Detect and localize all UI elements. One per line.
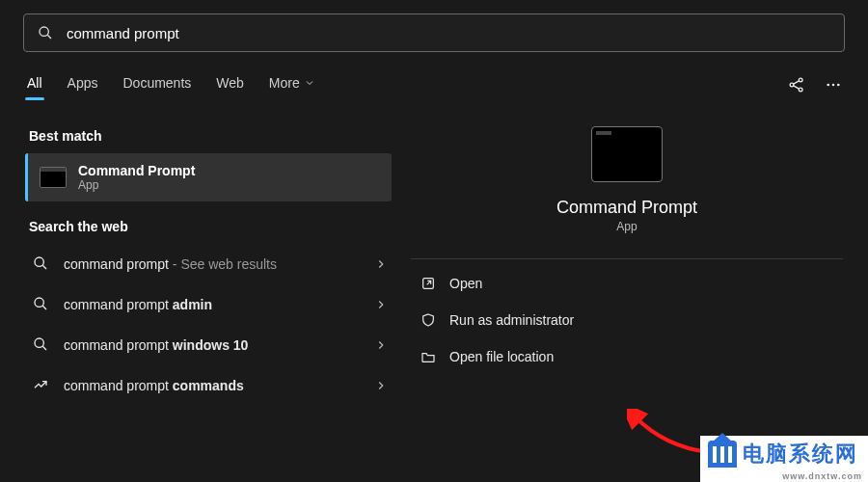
action-label: Open file location (449, 349, 554, 364)
web-result-text: command prompt windows 10 (64, 337, 248, 353)
tab-label: Documents (122, 75, 191, 91)
svg-line-1 (47, 35, 51, 39)
app-thumbnail-icon (40, 167, 67, 188)
more-icon[interactable] (824, 75, 843, 94)
tab-documents[interactable]: Documents (121, 69, 193, 100)
results-column: Best match Command Prompt App Search the… (25, 122, 392, 406)
tab-more[interactable]: More (267, 69, 317, 100)
tab-all[interactable]: All (25, 69, 44, 100)
open-icon (420, 276, 436, 291)
svg-point-4 (799, 88, 802, 92)
svg-line-15 (42, 346, 46, 350)
watermark-url: www.dnxtw.com (782, 471, 862, 481)
svg-point-9 (837, 84, 840, 87)
svg-line-5 (794, 81, 800, 84)
watermark-text: 电脑系统网 (743, 440, 858, 469)
search-icon (33, 296, 50, 313)
search-web-label: Search the web (29, 219, 392, 234)
svg-point-10 (35, 257, 43, 266)
web-result-text: command prompt commands (64, 378, 244, 393)
svg-point-8 (832, 84, 835, 87)
web-result-text: command prompt admin (64, 297, 212, 312)
shield-icon (420, 312, 436, 328)
trend-icon (33, 377, 50, 394)
action-label: Run as administrator (449, 312, 574, 328)
chevron-right-icon (374, 379, 388, 392)
chevron-down-icon (304, 77, 315, 89)
action-open-file-location[interactable]: Open file location (411, 338, 843, 375)
tab-label: Web (216, 75, 244, 91)
best-match-label: Best match (29, 128, 392, 144)
detail-title: Command Prompt (556, 198, 697, 218)
svg-point-0 (40, 27, 48, 36)
share-icon[interactable] (787, 75, 806, 94)
tab-label: All (27, 75, 42, 91)
web-result[interactable]: command prompt commands (25, 365, 392, 406)
best-match-title: Command Prompt (78, 163, 195, 178)
detail-actions: Open Run as administrator Open file loca… (411, 258, 843, 375)
svg-line-11 (42, 265, 46, 269)
svg-point-14 (35, 338, 43, 347)
svg-point-7 (827, 84, 829, 87)
best-match-text: Command Prompt App (78, 163, 195, 192)
tab-apps[interactable]: Apps (66, 69, 100, 100)
chevron-right-icon (374, 338, 388, 352)
action-open[interactable]: Open (411, 265, 843, 302)
action-run-as-admin[interactable]: Run as administrator (411, 302, 843, 338)
filter-tabs: All Apps Documents Web More (0, 62, 868, 101)
svg-point-2 (790, 83, 794, 87)
folder-icon (420, 349, 436, 364)
tab-label: Apps (68, 75, 98, 91)
watermark: 电脑系统网 www.dnxtw.com (700, 436, 868, 482)
chevron-right-icon (374, 298, 388, 311)
tab-web[interactable]: Web (214, 69, 246, 100)
best-match-item[interactable]: Command Prompt App (25, 153, 392, 201)
chevron-right-icon (374, 257, 388, 271)
best-match-subtitle: App (78, 178, 195, 192)
action-label: Open (449, 276, 482, 291)
svg-point-3 (799, 78, 802, 82)
web-result-text: command prompt - See web results (64, 256, 277, 272)
search-bar[interactable] (23, 13, 845, 52)
web-result[interactable]: command prompt - See web results (25, 244, 392, 284)
web-result[interactable]: command prompt windows 10 (25, 325, 392, 365)
detail-app-icon (591, 126, 663, 182)
detail-panel: Command Prompt App Open Run as administr… (411, 122, 843, 406)
web-result[interactable]: command prompt admin (25, 284, 392, 325)
svg-line-13 (42, 306, 46, 309)
search-icon (33, 255, 50, 273)
svg-line-6 (794, 86, 800, 89)
tab-label: More (269, 75, 300, 91)
search-icon (33, 336, 50, 354)
search-input[interactable] (67, 25, 830, 41)
detail-subtitle: App (616, 220, 637, 233)
search-icon (38, 25, 53, 40)
svg-point-12 (35, 298, 43, 307)
watermark-logo-icon (708, 441, 737, 468)
